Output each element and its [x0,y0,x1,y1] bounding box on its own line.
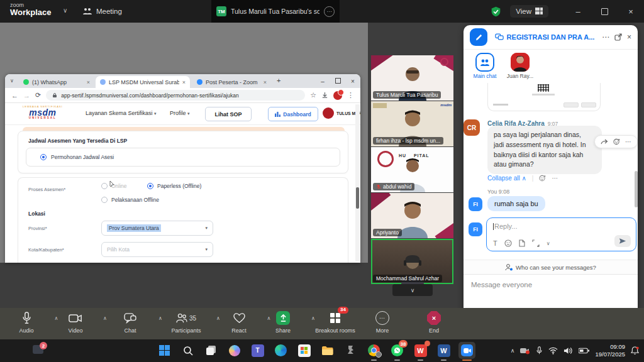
mic-tray-icon[interactable] [536,346,543,355]
maximize-button[interactable] [591,0,618,23]
copilot-icon[interactable] [226,342,243,359]
more-button[interactable]: ⋯ More [357,310,408,334]
screen-tab-options-icon[interactable]: ⋯ [324,6,335,17]
message-hover-actions[interactable]: ⋯ [594,135,638,148]
radio-icon[interactable] [101,183,108,189]
bookmark-star-icon[interactable]: ☆ [310,91,316,99]
tab-close-icon[interactable]: × [182,79,186,85]
video-button[interactable]: ∧ Video [50,310,101,334]
video-tile-abdul[interactable]: HU PITAL abdul wahid [371,147,453,192]
store-icon[interactable] [296,342,313,359]
tab-close-icon[interactable]: × [87,79,90,85]
unknown-app-icon[interactable] [342,342,359,359]
radio-selected-icon[interactable] [40,154,47,160]
juan-chat-tab[interactable]: Juan Ray... [506,53,534,79]
teams-icon[interactable]: T [249,342,266,359]
video-tile-mochammad[interactable]: Mochammad Sahrul Azhar [371,239,453,284]
workspace-chevron-icon[interactable]: ∨ [63,7,67,14]
taskbar-clock[interactable]: 09:09 19/07/2025 [595,343,625,358]
shared-screen-tab[interactable]: TM Tulus Maruli Tua Pasaribu's screen ⋯ [211,0,340,23]
add-reaction-icon[interactable] [539,175,546,182]
card-button[interactable] [564,102,579,107]
meeting-tab[interactable]: Meeting [83,0,122,23]
add-reaction-icon[interactable] [613,138,620,145]
tab-search-icon[interactable]: ∨ [10,78,14,84]
new-tab-icon[interactable]: + [277,77,280,84]
screenshot-icon[interactable] [532,239,540,247]
word-icon[interactable]: W [435,342,452,359]
react-button[interactable]: ∧ React [214,310,264,334]
close-button[interactable]: × [618,0,644,23]
breakout-rooms-button[interactable]: 34 Breakout rooms [310,310,360,334]
task-view-icon[interactable] [203,342,219,359]
reload-icon[interactable]: ⟳ [35,91,41,99]
format-text-icon[interactable]: T [493,239,497,247]
reply-icon[interactable] [601,139,608,145]
avatar-fi[interactable]: FI [469,222,482,236]
battery-icon[interactable] [579,348,589,354]
kota-select[interactable]: Pilih Kota ▾ [101,242,213,257]
browser-minimize-icon[interactable]: – [315,78,330,85]
browser-tab-lsp-msdm[interactable]: LSP MSDM Universal Surabaya × [96,76,190,88]
chrome-icon[interactable] [365,342,382,359]
chat-more-icon[interactable]: ⋯ [602,33,609,41]
wps-icon[interactable]: W [412,342,429,359]
nav-layanan-skema[interactable]: Layanan Skema Sertifikasi ▾ [86,110,157,116]
collapse-thumbnails-button[interactable]: ∨ [392,284,433,296]
notifications-bell-icon[interactable] [631,346,639,355]
chat-title-row[interactable]: REGISTRASI DAN PRA A... [492,33,597,41]
privacy-note-row[interactable]: Who can see your messages? [464,260,638,274]
back-icon[interactable]: ← [11,92,18,99]
browser-menu-icon[interactable]: ⋮ [347,91,354,99]
search-icon[interactable] [179,342,196,359]
reply-send-button[interactable] [614,235,631,247]
pop-out-icon[interactable] [614,33,622,41]
chat-button[interactable]: ∧ Chat [105,310,155,334]
file-explorer-icon[interactable] [319,342,336,359]
collapse-all-link[interactable]: Collapse all ∧ [487,175,526,182]
lihat-sop-button[interactable]: Lihat SOP [205,107,252,121]
user-avatar[interactable] [323,107,334,119]
radio-online[interactable]: Online [101,183,114,189]
provinsi-select[interactable]: Prov Sumatera Utara ▾ [101,221,213,236]
you-message-bubble[interactable]: rumah saja bu [487,196,545,211]
radio-pelaksanaan-offline[interactable]: Pelaksanaan Offline [101,197,159,203]
thread-more-icon[interactable]: ⋯ [552,175,558,182]
shared-image-card[interactable] [487,83,601,111]
chat-scrollbar[interactable] [635,171,638,207]
main-chat-tab[interactable]: Main chat [471,53,499,79]
browser-scrollbar[interactable] [355,104,360,261]
chat-close-icon[interactable]: × [627,33,631,41]
browser-profile-avatar[interactable] [333,91,342,100]
browser-tab-whatsapp[interactable]: (1) WhatsApp × [19,76,94,88]
start-button[interactable] [156,342,173,359]
nav-profile[interactable]: Profile ▾ [170,110,190,116]
address-bar[interactable]: app-sertif.lspmsdmuniversal.com/dashboar… [46,90,305,101]
tray-chevron-icon[interactable]: ∧ [511,348,515,354]
avatar-cr[interactable]: CR [464,119,480,136]
zoom-app-icon[interactable] [458,342,475,359]
reply-input-box[interactable]: Reply... T ∨ [486,217,636,251]
video-tile-firhan[interactable]: msdm firhan ihza - lsp msdm un... [371,101,453,146]
attach-file-icon[interactable] [519,239,525,247]
chevron-down-icon[interactable]: ∨ [547,241,550,246]
radio-paperless[interactable]: Paperless (Offline) [147,183,201,189]
edge-icon[interactable] [272,342,289,359]
browser-restore-icon[interactable] [330,78,345,85]
radio-icon[interactable] [101,197,108,203]
browser-close-icon[interactable]: × [345,78,360,85]
msdm-logo[interactable]: LEMBAGA SERTIFIKASI msdm UNIVERSAL [23,106,63,120]
participants-button[interactable]: 35 ∧ Participants [161,310,211,334]
video-tile-apriyanto[interactable]: Apriyanto [371,193,453,238]
video-tile-tulus[interactable]: Tulus Maruli Tua Pasaribu [371,55,453,101]
new-chat-button[interactable] [470,28,487,46]
security-shield-icon[interactable] [491,6,501,17]
tab-close-icon[interactable]: × [264,79,267,85]
emoji-icon[interactable] [504,239,512,247]
wifi-icon[interactable] [548,347,558,354]
radio-selected-icon[interactable] [147,183,153,189]
more-actions-icon[interactable]: ⋯ [625,138,631,145]
download-icon[interactable] [321,92,328,99]
avatar-fi[interactable]: FI [469,197,482,211]
end-button[interactable]: × End [409,310,459,334]
